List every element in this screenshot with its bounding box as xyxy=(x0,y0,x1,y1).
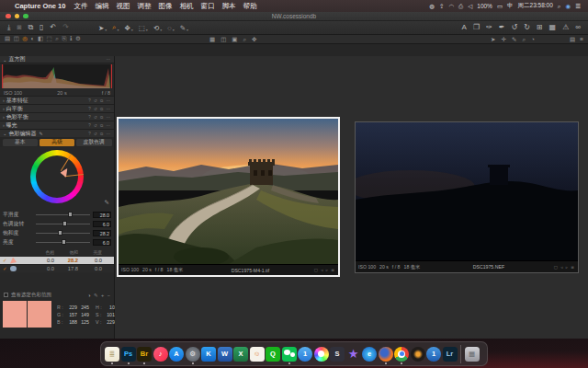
notification-center-icon[interactable]: ☰ xyxy=(575,3,581,10)
menu-help[interactable]: 帮助 xyxy=(243,2,256,11)
annotate-button[interactable]: ✎ xyxy=(512,36,516,43)
tab-exposure[interactable]: ◐ xyxy=(30,36,34,42)
tab-color[interactable]: ◎ xyxy=(22,36,28,42)
menu-camera[interactable]: 相机 xyxy=(179,2,193,11)
input-method-icon[interactable]: 中 xyxy=(507,2,514,10)
section-color-balance[interactable]: › 色彩平衡 ? ↺ ⧉ ⋯ xyxy=(0,112,114,121)
pan-button[interactable]: ✛ xyxy=(502,36,506,43)
select-tool[interactable]: ➤ xyxy=(98,24,107,32)
menu-file[interactable]: 文件 xyxy=(74,2,87,11)
section-tool-icons[interactable]: ? ↺ ⧉ ⋯ xyxy=(88,115,111,120)
slider-track[interactable] xyxy=(36,214,90,215)
tether-icon[interactable]: ∞ xyxy=(575,24,581,31)
dock-cloud-app-2[interactable]: 1 xyxy=(426,347,441,362)
section-tool-icons[interactable]: ? ↺ ⧉ ⋯ xyxy=(88,123,111,128)
menu-view[interactable]: 视图 xyxy=(116,2,130,11)
enabled-checkbox[interactable]: ✓ xyxy=(3,258,10,263)
selected-color-swatch-1[interactable] xyxy=(3,301,27,328)
dock-iqiyi[interactable]: Q xyxy=(266,347,280,362)
section-tool-icons[interactable]: ? ↺ ⧉ ⋯ xyxy=(88,107,111,111)
display-icon[interactable]: ⎙ xyxy=(458,3,463,10)
copy-adjustments-button[interactable]: ✑ xyxy=(486,24,492,31)
dock-keynote[interactable]: K xyxy=(201,347,216,362)
selection-boundary-line[interactable] xyxy=(64,174,84,177)
section-tool-icons[interactable]: ? ↺ ⧉ ⋯ xyxy=(88,132,111,136)
dock-s-app[interactable]: S xyxy=(330,347,345,362)
slider-value[interactable]: 28.0 xyxy=(93,212,111,218)
dock-lightroom[interactable]: Lr xyxy=(443,347,458,362)
picker-icon[interactable]: ✎ xyxy=(94,293,98,298)
dock-music[interactable]: ♪ xyxy=(153,347,168,362)
section-tool-icons[interactable]: ? ↺ ⧉ ⋯ xyxy=(88,98,111,103)
histogram-header[interactable]: ⌄ 直方图 ⋯ xyxy=(0,56,114,63)
capture-button[interactable]: ◙ xyxy=(17,24,22,31)
volume-icon[interactable]: ◁ xyxy=(468,3,472,10)
dock-media-player[interactable] xyxy=(411,347,425,362)
crop-tool[interactable]: ⬚ xyxy=(139,24,148,32)
dock-notes[interactable]: ≣ xyxy=(105,347,119,362)
wifi-icon[interactable]: ◠ xyxy=(448,3,454,10)
slider-handle[interactable] xyxy=(62,239,66,245)
dock-photoshop[interactable]: Ps xyxy=(121,347,136,362)
variant-action-icons[interactable]: ▢ ◃ ▹ ≣ xyxy=(554,265,575,270)
color-editor-tab-advanced[interactable]: 高级 xyxy=(40,139,75,146)
dock-mascot-app[interactable]: ☺ xyxy=(250,347,265,362)
view-multi-button[interactable]: ◫ xyxy=(220,36,226,43)
dock-app-store[interactable]: A xyxy=(169,347,184,362)
slider-track[interactable] xyxy=(36,242,90,243)
clipboard-button[interactable]: ❐ xyxy=(473,24,480,31)
slider-handle[interactable] xyxy=(68,212,73,217)
dock-firefox[interactable] xyxy=(379,347,393,362)
view-grid-button[interactable]: ▦ xyxy=(209,36,215,43)
redo-button[interactable]: ↷ xyxy=(62,24,69,31)
browser-toggle-button[interactable]: ▤ xyxy=(570,36,575,43)
compare-button[interactable]: ⊞ xyxy=(537,24,543,31)
colorwheel-icon[interactable]: ◑ xyxy=(87,293,90,298)
dock-wechat[interactable] xyxy=(282,347,297,362)
rotate-cw-button[interactable]: ↻ xyxy=(524,24,530,31)
dock-trash[interactable]: ▦ xyxy=(465,347,480,362)
battery-percentage[interactable]: 100% xyxy=(477,3,492,9)
view-pan-button[interactable]: ✥ xyxy=(252,36,256,43)
dock-word[interactable]: W xyxy=(218,347,232,362)
section-base-characteristics[interactable]: › 基本特征 ? ↺ ⧉ ⋯ xyxy=(0,96,114,104)
section-color-editor[interactable]: ⌄ 色彩编辑器 ✎ ? ↺ ⧉ ⋯ xyxy=(0,129,114,137)
import-button[interactable]: ⤓ xyxy=(7,24,11,31)
view-loupe-button[interactable]: ⌕ xyxy=(243,36,246,43)
slider-value[interactable]: 6.0 xyxy=(93,239,111,246)
battery-icon[interactable]: ▭ xyxy=(497,3,503,10)
active-app-name[interactable]: Capture One 10 xyxy=(15,2,65,10)
rotate-tool[interactable]: ⟲ xyxy=(153,24,162,32)
spotlight-icon[interactable]: ⌕ xyxy=(558,3,561,10)
view-range-checkbox[interactable] xyxy=(4,293,8,297)
slider-track[interactable] xyxy=(36,233,90,234)
color-editor-tab-skin-tone[interactable]: 皮肤色调 xyxy=(76,139,112,146)
slider-handle[interactable] xyxy=(62,221,67,226)
color-picker-icon[interactable]: ✎ xyxy=(105,199,109,206)
warning-icon[interactable]: ⚠ xyxy=(562,24,569,31)
view-primary-button[interactable]: ▣ xyxy=(232,36,237,43)
undo-button[interactable]: ↶ xyxy=(51,24,57,31)
browser-button[interactable]: ▦ xyxy=(549,24,557,31)
panel-toggle-button[interactable]: ≡ xyxy=(580,36,583,43)
siri-icon[interactable]: ◉ xyxy=(566,3,571,10)
rotate-ccw-button[interactable]: ↺ xyxy=(511,24,517,31)
menubar-app-icon[interactable]: ◍ xyxy=(429,3,435,10)
upload-status-icon[interactable]: ⇪ xyxy=(439,3,444,10)
menubar-clock[interactable]: 周二23:58:00 xyxy=(518,2,553,10)
variant-2[interactable]: ISO 10020 sf / 818 毫米 DSC1975.NEF ▢ ◃ ▹ … xyxy=(355,121,579,273)
tab-output[interactable]: ⚙ xyxy=(75,36,81,42)
tab-details[interactable]: ⌕ xyxy=(55,36,59,42)
slider-handle[interactable] xyxy=(58,230,62,236)
more-icon[interactable]: ⋯ xyxy=(107,57,112,62)
slider-track[interactable] xyxy=(36,224,90,224)
zoom-tool[interactable]: ⌕ xyxy=(112,23,119,32)
color-editor-tab-basic[interactable]: 基本 xyxy=(3,139,39,146)
annotation-button[interactable]: A xyxy=(462,24,467,31)
menu-script[interactable]: 脚本 xyxy=(221,2,235,11)
menu-image[interactable]: 图像 xyxy=(158,2,172,11)
selected-color-swatch-2[interactable] xyxy=(28,301,51,328)
spot-tool[interactable]: ◌ xyxy=(167,24,174,32)
pan-tool[interactable]: ✥ xyxy=(124,24,132,32)
tab-library[interactable]: ▤ xyxy=(5,36,10,42)
